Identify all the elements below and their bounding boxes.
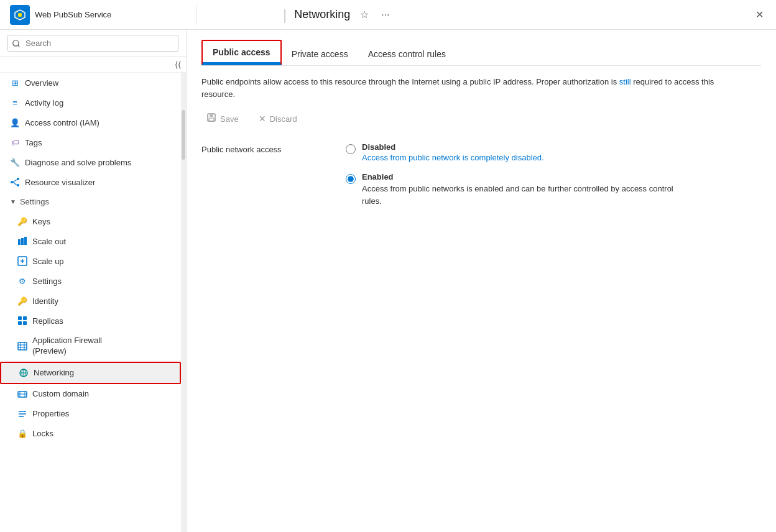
content-area: Public access Private access Access cont… [187,30,776,532]
key-icon: 🔑 [17,216,27,226]
svg-rect-34 [210,114,213,117]
network-access-section: Public network access Disabled Access fr… [201,142,761,207]
collapse-sidebar-button[interactable]: ⟨⟨ [175,60,181,70]
sidebar-item-label: Networking [34,368,74,377]
content-description: Public endpoints allow access to this re… [201,76,736,100]
content-inner: Public access Private access Access cont… [187,30,776,532]
sidebar-item-label: Resource visualizer [25,178,95,187]
tabs: Public access Private access Access cont… [201,40,761,66]
sidebar-item-scale-out[interactable]: Scale out [0,231,181,251]
sidebar-item-diagnose[interactable]: 🔧 Diagnose and solve problems [0,152,181,172]
wrench-icon: 🔧 [10,157,20,167]
save-label: Save [220,114,239,124]
list-icon: ≡ [10,98,20,108]
app-logo [10,5,30,25]
sidebar-search-area [0,30,186,57]
sidebar-item-resource-visualizer[interactable]: Resource visualizer [0,172,181,192]
sidebar-item-label: Locks [32,429,53,438]
radio-disabled-desc: Access from public network is completely… [362,153,544,162]
domain-icon [17,389,27,399]
identity-icon: 🔑 [17,296,27,306]
radio-option-enabled: Enabled Access from public networks is e… [346,172,685,207]
chevron-down-icon: ▼ [10,198,16,205]
sidebar-item-networking[interactable]: Networking [0,362,181,384]
sidebar-item-label: Overview [25,78,58,88]
sidebar-item-properties[interactable]: Properties [0,404,181,424]
sidebar-item-overview[interactable]: ⊞ Overview [0,73,181,93]
settings-icon: ⚙ [17,276,27,286]
sidebar-item-label: Identity [32,296,58,306]
search-input[interactable] [7,35,178,52]
svg-rect-14 [23,316,27,320]
svg-point-2 [11,181,13,183]
locks-icon: 🔒 [17,429,27,439]
sidebar-item-label: Diagnose and solve problems [25,158,131,167]
svg-rect-8 [21,238,24,245]
sidebar-item-replicas[interactable]: Replicas [0,311,181,331]
scrollbar-thumb[interactable] [182,110,185,160]
sidebar-item-access-control[interactable]: 👤 Access control (IAM) [0,112,181,132]
main-layout: ⟨⟨ ⊞ Overview ≡ Activity log 👤 Access co… [0,30,776,532]
toolbar: Save ✕ Discard [201,110,761,127]
sidebar-item-scale-up[interactable]: Scale up [0,251,181,271]
sidebar: ⟨⟨ ⊞ Overview ≡ Activity log 👤 Access co… [0,30,187,532]
svg-point-4 [17,184,19,186]
grid-icon: ⊞ [10,78,20,88]
discard-label: Discard [270,114,297,124]
svg-rect-15 [18,321,22,325]
svg-point-3 [17,178,19,180]
sidebar-item-label: Scale out [32,237,66,246]
sidebar-item-identity[interactable]: 🔑 Identity [0,291,181,311]
close-button[interactable]: ✕ [753,6,766,23]
top-bar-left: Web PubSub Service [10,5,196,25]
svg-line-6 [13,182,17,185]
page-title-area: | Networking ☆ ··· [204,6,471,24]
svg-rect-9 [24,237,27,245]
sidebar-item-keys[interactable]: 🔑 Keys [0,211,181,231]
sidebar-item-tags[interactable]: 🏷 Tags [0,132,181,152]
top-bar: Web PubSub Service | Networking ☆ ··· ✕ [0,0,776,30]
radio-enabled[interactable] [346,174,356,184]
more-button[interactable]: ··· [379,7,392,23]
sidebar-item-label: Tags [25,138,42,147]
discard-icon: ✕ [259,114,266,124]
sidebar-item-label: Access control (IAM) [25,118,99,127]
sidebar-item-label: Activity log [25,98,63,108]
sidebar-item-locks[interactable]: 🔒 Locks [0,424,181,444]
save-icon [206,112,216,125]
sidebar-scrollbar[interactable] [181,73,186,532]
save-button[interactable]: Save [201,110,244,127]
radio-enabled-label[interactable]: Enabled [362,172,685,181]
svg-rect-17 [18,342,27,350]
still-link[interactable]: still [619,77,631,86]
tab-private-access[interactable]: Private access [282,43,358,65]
sidebar-nav: ⊞ Overview ≡ Activity log 👤 Access contr… [0,73,181,532]
svg-rect-13 [18,316,22,320]
settings-section-header[interactable]: ▼ Settings [0,192,181,211]
sidebar-item-label: Keys [32,217,50,226]
radio-disabled[interactable] [346,144,356,154]
radio-enabled-desc: Access from public networks is enabled a… [362,183,685,207]
network-icon [19,368,29,378]
sidebar-item-activity-log[interactable]: ≡ Activity log [0,93,181,112]
person-icon: 👤 [10,117,20,127]
sidebar-item-label: Application Firewall(Preview) [32,336,102,357]
network-access-label: Public network access [201,142,326,207]
sidebar-item-custom-domain[interactable]: Custom domain [0,384,181,404]
sidebar-nav-area: ⊞ Overview ≡ Activity log 👤 Access contr… [0,73,186,532]
discard-button[interactable]: ✕ Discard [254,111,302,126]
sidebar-item-label: Replicas [32,316,63,326]
radio-group: Disabled Access from public network is c… [346,142,685,207]
radio-option-disabled: Disabled Access from public network is c… [346,142,685,162]
radio-disabled-label[interactable]: Disabled [362,142,544,152]
diagram-icon [10,177,20,187]
favorite-button[interactable]: ☆ [358,6,371,23]
tag-icon: 🏷 [10,137,20,147]
tab-access-control-rules[interactable]: Access control rules [358,43,456,65]
sidebar-item-label: Scale up [32,257,64,266]
sidebar-item-app-firewall[interactable]: Application Firewall(Preview) [0,331,181,362]
tab-public-access[interactable]: Public access [201,40,282,65]
scaleup-icon [17,256,27,266]
sidebar-item-settings[interactable]: ⚙ Settings [0,271,181,291]
service-name: Web PubSub Service [35,10,111,19]
